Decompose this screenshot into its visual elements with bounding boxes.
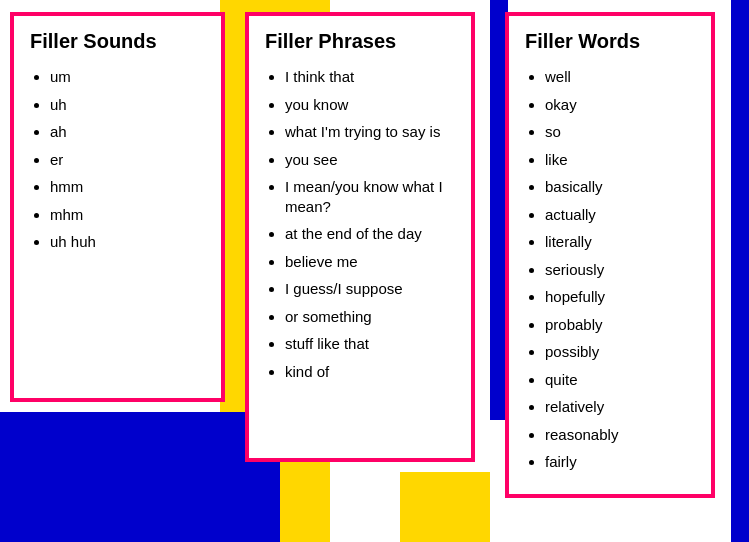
- list-item: you see: [285, 150, 455, 170]
- list-item: I guess/I suppose: [285, 279, 455, 299]
- list-item: seriously: [545, 260, 695, 280]
- list-item: you know: [285, 95, 455, 115]
- list-item: literally: [545, 232, 695, 252]
- list-item: probably: [545, 315, 695, 335]
- list-item: well: [545, 67, 695, 87]
- list-item: mhm: [50, 205, 205, 225]
- list-item: reasonably: [545, 425, 695, 445]
- filler-phrases-title: Filler Phrases: [265, 30, 455, 53]
- list-item: so: [545, 122, 695, 142]
- list-item: I think that: [285, 67, 455, 87]
- filler-words-card: Filler Words wellokaysolikebasicallyactu…: [505, 12, 715, 498]
- list-item: kind of: [285, 362, 455, 382]
- list-item: hmm: [50, 177, 205, 197]
- filler-sounds-list: umuhaherhmmmhmuh huh: [30, 67, 205, 252]
- list-item: fairly: [545, 452, 695, 472]
- filler-sounds-title: Filler Sounds: [30, 30, 205, 53]
- list-item: believe me: [285, 252, 455, 272]
- list-item: I mean/you know what I mean?: [285, 177, 455, 216]
- list-item: at the end of the day: [285, 224, 455, 244]
- filler-phrases-card: Filler Phrases I think thatyou knowwhat …: [245, 12, 475, 462]
- list-item: stuff like that: [285, 334, 455, 354]
- list-item: possibly: [545, 342, 695, 362]
- filler-words-title: Filler Words: [525, 30, 695, 53]
- list-item: quite: [545, 370, 695, 390]
- list-item: basically: [545, 177, 695, 197]
- list-item: uh huh: [50, 232, 205, 252]
- filler-sounds-card: Filler Sounds umuhaherhmmmhmuh huh: [10, 12, 225, 402]
- list-item: what I'm trying to say is: [285, 122, 455, 142]
- filler-words-list: wellokaysolikebasicallyactuallyliterally…: [525, 67, 695, 472]
- content-area: Filler Sounds umuhaherhmmmhmuh huh Fille…: [0, 0, 749, 542]
- list-item: um: [50, 67, 205, 87]
- list-item: hopefully: [545, 287, 695, 307]
- list-item: er: [50, 150, 205, 170]
- list-item: actually: [545, 205, 695, 225]
- list-item: or something: [285, 307, 455, 327]
- list-item: relatively: [545, 397, 695, 417]
- list-item: like: [545, 150, 695, 170]
- list-item: okay: [545, 95, 695, 115]
- filler-phrases-list: I think thatyou knowwhat I'm trying to s…: [265, 67, 455, 381]
- list-item: uh: [50, 95, 205, 115]
- list-item: ah: [50, 122, 205, 142]
